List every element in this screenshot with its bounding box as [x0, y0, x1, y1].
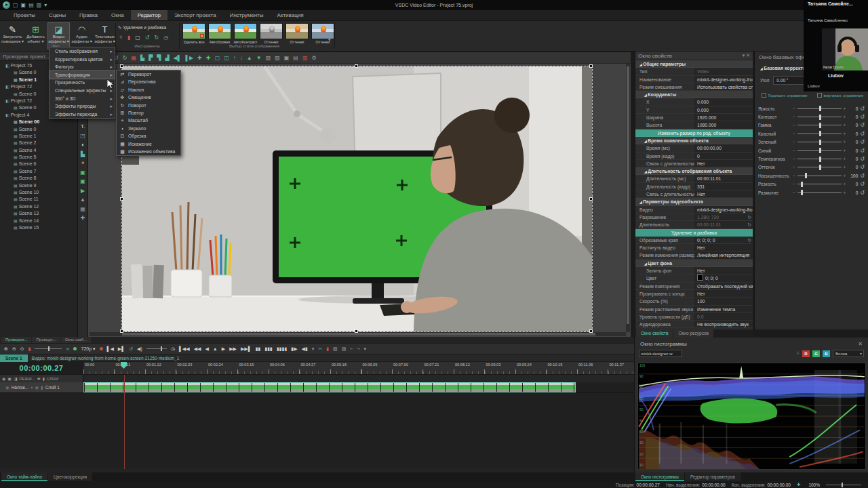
submenu-item[interactable]: ⊞Повтор — [117, 109, 180, 117]
resize-handle[interactable] — [120, 197, 123, 201]
transport-icon[interactable]: ◀▮ — [302, 346, 308, 352]
menu-item[interactable]: Проекты — [7, 10, 42, 20]
tool-icon[interactable]: ↺ — [145, 35, 150, 41]
object-tool-icon[interactable]: ▦ — [80, 206, 85, 212]
tool-icon[interactable]: ▢ — [135, 35, 140, 41]
object-tool-icon[interactable]: ✦ — [81, 160, 85, 166]
timeline-empty-area[interactable] — [0, 392, 634, 468]
transport-icon[interactable]: ◷ — [171, 346, 175, 352]
add-icon[interactable]: ✚ — [37, 376, 40, 381]
property-row[interactable]: Скорость (%) 100 — [635, 298, 753, 305]
toolbar-icon[interactable]: ▦ — [131, 55, 136, 61]
toolbar-icon[interactable]: ▛ — [149, 55, 153, 61]
cut-tool-icon[interactable]: ⌐ — [350, 346, 353, 351]
menu-category-item[interactable]: Эффекты перехода — [50, 110, 115, 119]
object-tool-icon[interactable]: ▣ — [80, 169, 85, 176]
menu-category-item[interactable]: Специальные эффекты — [50, 87, 115, 95]
dock-tab[interactable]: Проводни... — [1, 337, 31, 343]
submenu-item[interactable]: ⊿Перспектива — [117, 78, 180, 85]
toolbar-icon[interactable]: ↓ — [240, 55, 243, 61]
dock-tab[interactable]: Проводн... — [32, 337, 60, 343]
tool-icon[interactable]: ◷ — [163, 35, 168, 41]
decrease-icon[interactable]: − — [793, 157, 795, 161]
tree-item[interactable]: ▤Scene 0 — [0, 126, 77, 133]
slider-track[interactable] — [797, 192, 842, 193]
flip-vertical-checkbox[interactable]: вертикал. отражение — [817, 93, 864, 98]
video-frame[interactable] — [122, 66, 592, 331]
slider-track[interactable] — [797, 117, 842, 117]
tree-item[interactable]: ▤Scene 00 — [0, 119, 77, 125]
slider-track[interactable] — [797, 134, 842, 134]
transport-icon[interactable]: ▮▮ — [256, 346, 261, 352]
marker-icon[interactable]: ▌◀ — [107, 346, 114, 352]
toolbar-icon[interactable]: ▥ — [302, 55, 308, 61]
decrease-icon[interactable]: − — [793, 115, 795, 119]
transport-icon[interactable]: ▶▶▌ — [241, 346, 252, 352]
panel-tab[interactable]: Окно свойств — [636, 329, 673, 338]
property-row[interactable]: X 0.000 — [635, 98, 753, 106]
transport-icon[interactable]: ▮▶ — [291, 346, 297, 352]
increase-icon[interactable]: + — [844, 157, 846, 161]
slider-thumb[interactable] — [819, 165, 821, 170]
property-row[interactable]: Ширина 1920.000 — [635, 114, 753, 121]
submenu-item[interactable]: ⊡Обрезка — [117, 132, 180, 140]
marker-icon[interactable]: ◀) — [137, 346, 142, 352]
export-icon[interactable]: ▥ — [37, 2, 42, 8]
decrease-icon[interactable]: − — [793, 140, 795, 144]
delete-split-button[interactable]: ✎ Удаление и разбивка — [118, 25, 166, 30]
property-row[interactable]: Связь с длительностью р... Нет — [635, 190, 753, 198]
tree-item[interactable]: ▤Scene 8 — [0, 175, 77, 182]
new-project-icon[interactable]: ▢ — [13, 2, 18, 8]
open-project-icon[interactable]: ▣ — [21, 2, 26, 8]
menu-category-item[interactable]: Стиль изображения — [50, 47, 115, 56]
property-row[interactable]: Режим смешивания Использовать свойства с… — [635, 83, 753, 91]
timeline-zoom-icon[interactable]: ⊕ — [4, 346, 8, 352]
toolbar-icon[interactable]: ▨ — [275, 55, 280, 61]
increase-icon[interactable]: + — [844, 106, 846, 111]
toolbar-icon[interactable]: ▢ — [215, 55, 220, 61]
scene-tab[interactable]: Scene 1 — [0, 354, 28, 362]
tree-item[interactable]: ▤Scene 14 — [0, 218, 77, 224]
property-row[interactable]: Длительность (кадр) 331 — [635, 183, 753, 190]
submenu-item[interactable]: ↻Поворот — [117, 102, 180, 109]
timeline-zoom-icon[interactable]: ▮ — [28, 346, 31, 352]
eye-icon[interactable]: ◉ — [35, 385, 39, 390]
reset-icon[interactable]: ↺ — [860, 181, 865, 187]
resize-handle[interactable] — [355, 64, 358, 68]
decrease-icon[interactable]: − — [793, 123, 795, 127]
increase-icon[interactable]: + — [844, 165, 846, 169]
blend-icon[interactable]: ◨ — [14, 376, 18, 381]
menu-item[interactable]: Активация — [271, 10, 311, 20]
decrease-icon[interactable]: − — [793, 190, 795, 195]
object-tool-icon[interactable]: ▲ — [80, 197, 85, 203]
transport-icon[interactable]: ▶ — [222, 346, 225, 352]
object-tool-icon[interactable]: ▶ — [81, 188, 85, 194]
tree-item[interactable]: ▤Scene 6 — [0, 161, 77, 167]
decrease-icon[interactable]: − — [793, 182, 795, 186]
transport-icon[interactable]: ▾ — [312, 346, 315, 352]
property-row[interactable]: Изменить размер по род. объекту — [635, 129, 753, 137]
slider-thumb[interactable] — [819, 106, 821, 111]
transport-icon[interactable]: ▮▮▮ — [264, 346, 273, 352]
property-row[interactable]: Длительность (мс) 00:00:11.01 — [635, 175, 753, 182]
submenu-item[interactable]: ▱Наклон — [117, 86, 180, 94]
reset-icon[interactable]: ↺ — [860, 173, 865, 179]
increase-icon[interactable]: + — [844, 131, 846, 136]
property-row[interactable]: Режим изменения размера Линейная интерпо… — [635, 251, 753, 259]
object-tool-icon[interactable]: ▙ — [81, 151, 85, 157]
property-row[interactable]: Аудиодорожка Не воспроизводить звук — [635, 321, 753, 328]
property-row[interactable]: Уровень громкости (дБ) 0.0 — [635, 313, 753, 321]
toolbar-icon[interactable]: ▧ — [266, 55, 271, 61]
menu-category-item[interactable]: Эффекты природы — [50, 102, 115, 110]
resize-handle[interactable] — [120, 64, 123, 68]
slider-thumb[interactable] — [819, 140, 821, 145]
property-row[interactable]: Разрешение 1.280; 720 — [635, 214, 753, 221]
tool-icon[interactable]: ▮ — [127, 35, 130, 41]
property-row[interactable]: Залить фон Нет — [635, 267, 753, 274]
menu-category-item[interactable]: Прозрачность — [50, 79, 115, 87]
menu-item[interactable]: Редактор — [131, 10, 167, 20]
property-row[interactable]: Видео mixkit-designer-working-fro — [635, 206, 753, 214]
increase-icon[interactable]: + — [844, 115, 846, 119]
resize-handle[interactable] — [589, 329, 593, 333]
slider-thumb[interactable] — [819, 131, 821, 136]
